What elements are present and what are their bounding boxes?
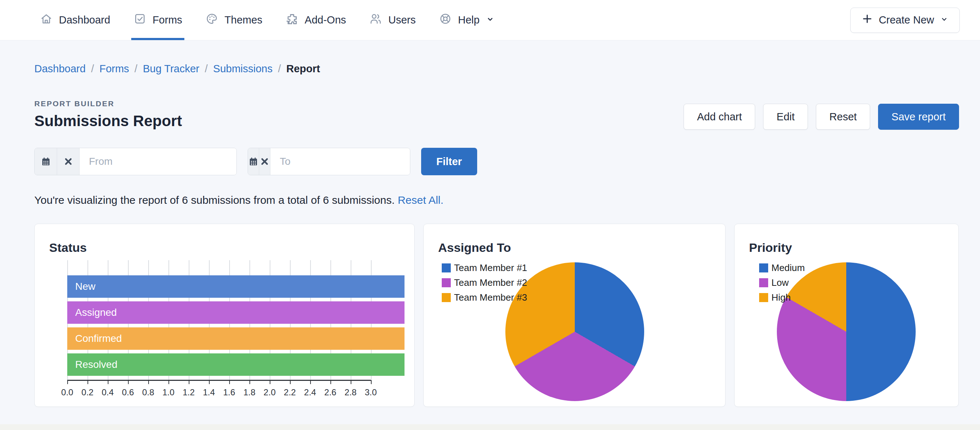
x-axis-tick-label: 3.0 <box>365 387 377 397</box>
x-axis-tick-label: 2.2 <box>284 387 296 397</box>
nav-item-label: Forms <box>153 14 182 26</box>
chart-cards: Status NewAssignedConfirmedResolved0.00.… <box>34 224 959 407</box>
x-axis-tick <box>229 380 230 384</box>
clear-date-icon[interactable] <box>259 148 270 175</box>
nav-item-addons[interactable]: Add-Ons <box>286 0 346 40</box>
add-chart-button[interactable]: Add chart <box>684 104 755 130</box>
chevron-down-icon <box>486 14 495 26</box>
breadcrumb-separator: / <box>134 63 137 75</box>
bar-new[interactable]: New <box>67 275 404 298</box>
bar-label: Assigned <box>75 307 117 318</box>
reset-all-link[interactable]: Reset All. <box>398 194 444 206</box>
x-axis-tick <box>108 380 108 384</box>
puzzle-icon <box>286 12 299 28</box>
breadcrumb: Dashboard / Forms / Bug Tracker / Submis… <box>34 63 959 75</box>
nav-item-label: Help <box>458 14 480 26</box>
breadcrumb-link-submissions[interactable]: Submissions <box>213 63 272 75</box>
breadcrumb-current: Report <box>286 63 320 75</box>
bar-label: Confirmed <box>75 333 122 344</box>
filter-button[interactable]: Filter <box>421 148 477 175</box>
legend-label: Team Member #3 <box>454 292 527 303</box>
forms-icon <box>134 12 146 28</box>
x-axis-tick-label: 0.6 <box>122 387 134 397</box>
chart-title: Assigned To <box>424 224 725 255</box>
x-axis-tick <box>128 380 129 384</box>
edit-button[interactable]: Edit <box>763 104 808 130</box>
nav-item-label: Dashboard <box>59 14 110 26</box>
summary-text: You're visualizing the report of 6 submi… <box>34 194 395 206</box>
nav-item-users[interactable]: Users <box>369 0 416 40</box>
status-bar-chart[interactable]: NewAssignedConfirmedResolved0.00.20.40.6… <box>67 260 404 380</box>
save-report-button[interactable]: Save report <box>878 104 959 130</box>
create-new-button[interactable]: Create New <box>850 8 960 33</box>
reset-button[interactable]: Reset <box>816 104 870 130</box>
nav-item-forms[interactable]: Forms <box>134 0 182 40</box>
x-axis-tick-label: 1.2 <box>183 387 194 397</box>
legend-swatch <box>759 263 768 273</box>
x-axis-tick-label: 1.8 <box>243 387 255 397</box>
home-icon <box>40 12 53 28</box>
breadcrumb-link-forms[interactable]: Forms <box>99 63 129 75</box>
assigned-to-chart-card: Assigned To Team Member #1Team Member #2… <box>423 224 725 407</box>
x-axis-tick <box>310 380 311 384</box>
from-date-input[interactable] <box>80 148 236 175</box>
x-axis-tick-label: 2.4 <box>304 387 316 397</box>
chevron-down-icon <box>940 14 948 26</box>
x-axis-tick <box>169 380 169 384</box>
nav-item-dashboard[interactable]: Dashboard <box>40 0 110 40</box>
title-block: REPORT BUILDER Submissions Report <box>34 99 182 130</box>
x-axis-tick <box>371 380 372 384</box>
x-axis-tick-label: 0.2 <box>81 387 93 397</box>
bar-resolved[interactable]: Resolved <box>67 354 404 376</box>
nav-item-label: Themes <box>224 14 262 26</box>
bar-label: New <box>75 281 95 292</box>
legend-label: Team Member #1 <box>454 262 527 273</box>
x-axis-tick-label: 2.8 <box>345 387 356 397</box>
legend-label: Medium <box>772 262 805 273</box>
legend-item: Team Member #3 <box>442 292 527 303</box>
breadcrumb-separator: / <box>205 63 208 75</box>
calendar-icon[interactable] <box>35 148 57 175</box>
nav-item-label: Users <box>388 14 416 26</box>
x-axis-tick-label: 0.8 <box>142 387 154 397</box>
bar-assigned[interactable]: Assigned <box>67 301 404 324</box>
legend-item: Low <box>759 277 805 288</box>
breadcrumb-link-dashboard[interactable]: Dashboard <box>34 63 86 75</box>
x-axis-tick <box>67 380 68 384</box>
breadcrumb-link-bug-tracker[interactable]: Bug Tracker <box>143 63 199 75</box>
legend-item: Team Member #2 <box>442 277 527 288</box>
x-axis-tick-label: 0.4 <box>102 387 113 397</box>
legend-item: Medium <box>759 262 805 273</box>
breadcrumb-separator: / <box>91 63 94 75</box>
legend-label: High <box>772 292 791 303</box>
calendar-icon[interactable] <box>248 148 259 175</box>
x-axis-tick <box>189 380 189 384</box>
to-date-input[interactable] <box>270 148 410 175</box>
legend-swatch <box>442 263 451 273</box>
nav-item-themes[interactable]: Themes <box>205 0 262 40</box>
page-content: Dashboard / Forms / Bug Tracker / Submis… <box>0 40 980 407</box>
bar-label: Resolved <box>75 359 118 370</box>
breadcrumb-separator: / <box>278 63 281 75</box>
bar-confirmed[interactable]: Confirmed <box>67 327 404 350</box>
chart-title: Status <box>35 224 414 255</box>
bottom-strip <box>0 424 980 430</box>
report-builder-eyebrow: REPORT BUILDER <box>34 99 182 108</box>
x-axis-tick <box>250 380 250 384</box>
legend-swatch <box>442 278 451 287</box>
clear-date-icon[interactable] <box>57 148 80 175</box>
legend-swatch <box>759 278 768 287</box>
help-icon <box>439 12 452 28</box>
x-axis-tick <box>351 380 352 384</box>
report-builder-page: Dashboard Forms Themes Add-Ons Users Hel… <box>0 0 980 430</box>
header-row: REPORT BUILDER Submissions Report Add ch… <box>34 99 959 130</box>
legend-swatch <box>759 293 768 302</box>
palette-icon <box>205 12 218 28</box>
priority-chart-card: Priority MediumLowHigh <box>734 224 959 407</box>
nav-item-label: Add-Ons <box>305 14 346 26</box>
chart-legend: MediumLowHigh <box>759 262 805 303</box>
nav-item-help[interactable]: Help <box>439 0 495 40</box>
x-axis-tick <box>290 380 291 384</box>
from-date-group <box>34 148 237 175</box>
legend-swatch <box>442 293 451 302</box>
